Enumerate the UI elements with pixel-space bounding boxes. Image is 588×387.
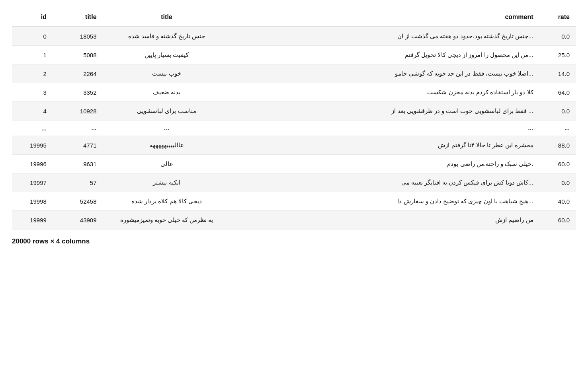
cell-rate: 40.0 [540, 192, 576, 211]
cell-comment: ...اصلا خوب نیست، فقط در این حد خوبه که … [230, 64, 539, 83]
cell-id: 19998 [12, 192, 53, 211]
cell-id: 19996 [12, 155, 53, 173]
cell-title: کیفیت بسیار پایین [103, 46, 231, 64]
cell-title: عاالییییهههههه [103, 136, 231, 155]
cell-title-id: 43909 [53, 211, 103, 229]
cell-title-id: 57 [53, 173, 103, 192]
cell-id: 19999 [12, 211, 53, 229]
cell-comment: محشره این عطر تا حالا ۴تا گرفتم ازش [230, 136, 539, 155]
col-header-rate: rate [540, 8, 576, 27]
cell-title-id: 52458 [53, 192, 103, 211]
cell-rate: 64.0 [540, 83, 576, 102]
cell-title: به نظرمن که خیلی خوبه وتمیزمیشوره [103, 211, 231, 229]
cell-id: 19997 [12, 173, 53, 192]
cell-title-id: 3352 [53, 83, 103, 102]
cell-title: عالی [103, 155, 231, 173]
col-header-comment: comment [230, 8, 539, 27]
cell-title: ابکیه بیشتر [103, 173, 231, 192]
cell-rate: 0.0 [540, 102, 576, 121]
cell-rate: 60.0 [540, 211, 576, 229]
cell-title-id: 10928 [53, 102, 103, 121]
cell-rate: 88.0 [540, 136, 576, 155]
table-row: 1999943909به نظرمن که خیلی خوبه وتمیزمیش… [12, 211, 576, 229]
cell-comment: ...هیچ شباهت با اون چیزی که توضیح دادن و… [230, 192, 539, 211]
cell-title-id: 9631 [53, 155, 103, 173]
cell-title: جنس تاریخ گذشته و فاسد شده [103, 27, 231, 46]
table-row: 1999852458دیجی کالا هم کلاه بردار شده...… [12, 192, 576, 211]
table-row: 1999757ابکیه بیشتر...کاش دوتا کش برای فی… [12, 173, 576, 192]
col-header-title-id: title [53, 8, 103, 27]
cell-id: 0 [12, 27, 53, 46]
cell-rate: 60.0 [540, 155, 576, 173]
table-row: 199954771عاالییییههههههمحشره این عطر تا … [12, 136, 576, 155]
cell-comment: ... [230, 121, 539, 136]
cell-rate: 0.0 [540, 27, 576, 46]
cell-id: 19995 [12, 136, 53, 155]
cell-comment: من راضیم ازش [230, 211, 539, 229]
cell-id: ... [12, 121, 53, 136]
cell-comment: ...کاش دوتا کش برای فیکس کردن به افتابگر… [230, 173, 539, 192]
cell-comment: ...من این محصول را امروز از دیجی کالا تح… [230, 46, 539, 64]
table-footer: 20000 rows × 4 columns [12, 237, 576, 245]
cell-rate: 14.0 [540, 64, 576, 83]
cell-title-id: 2264 [53, 64, 103, 83]
cell-comment: ...جنس تاریخ گذشته بود.حدود دو هفته می گ… [230, 27, 539, 46]
table-row: 33352بدنه ضعیفکلا دو بار استفاده کردم بد… [12, 83, 576, 102]
cell-title: دیجی کالا هم کلاه بردار شده [103, 192, 231, 211]
cell-title: مناسب برای لباسشویی [103, 102, 231, 121]
cell-title-id: ... [53, 121, 103, 136]
table-row: ............... [12, 121, 576, 136]
cell-id: 3 [12, 83, 53, 102]
cell-comment: ... فقط برای لباسشویی خوب است و در ظرفشو… [230, 102, 539, 121]
cell-title-id: 5088 [53, 46, 103, 64]
table-container: id title title comment rate 018053جنس تا… [12, 8, 576, 229]
cell-comment: .خیلی سبک و راحته.من راضی بودم [230, 155, 539, 173]
cell-rate: 25.0 [540, 46, 576, 64]
cell-comment: کلا دو بار استفاده کردم بدنه مخزن شکست [230, 83, 539, 102]
cell-rate: ... [540, 121, 576, 136]
cell-title: ... [103, 121, 231, 136]
table-row: 22264خوب نیست...اصلا خوب نیست، فقط در ای… [12, 64, 576, 83]
cell-title: خوب نیست [103, 64, 231, 83]
cell-rate: 0.0 [540, 173, 576, 192]
cell-id: 4 [12, 102, 53, 121]
data-table: id title title comment rate 018053جنس تا… [12, 8, 576, 229]
col-header-title: title [103, 8, 231, 27]
cell-id: 1 [12, 46, 53, 64]
table-row: 15088کیفیت بسیار پایین...من این محصول را… [12, 46, 576, 64]
table-row: 199969631عالی.خیلی سبک و راحته.من راضی ب… [12, 155, 576, 173]
cell-title-id: 4771 [53, 136, 103, 155]
cell-title-id: 18053 [53, 27, 103, 46]
col-header-id: id [12, 8, 53, 27]
table-row: 018053جنس تاریخ گذشته و فاسد شده...جنس ت… [12, 27, 576, 46]
cell-title: بدنه ضعیف [103, 83, 231, 102]
table-row: 410928مناسب برای لباسشویی... فقط برای لب… [12, 102, 576, 121]
cell-id: 2 [12, 64, 53, 83]
